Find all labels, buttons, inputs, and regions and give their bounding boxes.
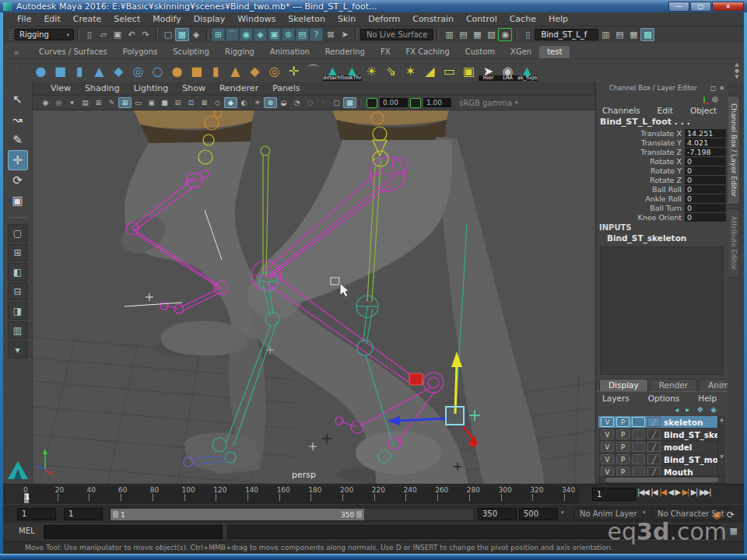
shadows-icon[interactable]: ⊗ [264,97,277,108]
go-to-start-button[interactable]: |◀◀ [637,488,648,496]
layer-horizontal-scrollbar[interactable] [598,476,725,484]
layer-row-bind-st-model[interactable]: V P ╱ Bind_ST_model [598,453,725,466]
channel-attribute-label[interactable]: Rotate Y [651,166,682,175]
joint-tool-icon[interactable]: ✛ [284,60,303,82]
vp-menu-view[interactable]: View [44,83,78,93]
exposure-icon[interactable] [366,98,377,108]
poly-cone-icon[interactable]: ▲ [226,60,245,82]
time-slider-ticks[interactable]: 0204060801001201401601802002202402602803… [23,486,579,504]
ik-handle-icon[interactable]: ⌒ [303,60,323,82]
xray-joints-icon[interactable]: ◦ [317,97,330,108]
layout-persp-graph-icon[interactable]: ⊟ [8,282,28,300]
poly-cylinder-icon[interactable]: ▮ [206,60,226,82]
shelf-tab-fx[interactable]: FX [373,46,398,58]
layer-vertical-scrollbar[interactable]: ▲▼ [717,416,725,476]
snap-point-icon[interactable]: ◉ [240,28,253,41]
shelf-tab-test[interactable]: test [539,46,570,58]
area-light-icon[interactable]: ▭ [440,60,459,82]
animation-end-field[interactable]: 500 [519,508,558,520]
channel-attribute-label[interactable]: Ball Roll [652,185,682,194]
layer-playback-toggle[interactable]: P [616,467,630,476]
isolate-select-icon[interactable]: ▢ [330,97,343,108]
channel-value-field[interactable]: 0 [685,204,726,212]
undo-icon[interactable]: ↶ [124,28,139,41]
select-object-icon[interactable]: ▦ [175,28,189,41]
playback-start-field[interactable]: 1 [64,508,103,520]
render-settings-icon[interactable]: ▧ [484,28,498,41]
maximize-button[interactable]: □ [690,2,711,12]
layout-four-pane-icon[interactable]: ⊞ [8,243,28,261]
directional-light-icon[interactable]: ⇘ [381,60,401,82]
script-editor-icon[interactable]: ▦ [730,526,738,536]
play-forwards-button[interactable]: ▶ [675,488,680,496]
gamma-field[interactable]: 1.00 [423,98,451,107]
channel-value-field[interactable]: 0 [685,194,726,203]
menu-deform[interactable]: Deform [362,13,406,25]
layer-extra-box[interactable] [632,442,645,452]
channel-attribute-label[interactable]: Rotate Z [650,176,682,184]
tab-channel-box-layer-editor[interactable]: Channel Box / Layer Editor [728,96,740,205]
nurbs-sphere-icon[interactable]: ● [31,60,51,82]
nurbs-cone-icon[interactable]: ▲ [89,60,109,82]
layer-tab-render[interactable]: Render [650,379,697,391]
paint-select-tool-icon[interactable]: ✎ [8,130,28,150]
layer-tab-display[interactable]: Display [599,379,648,391]
layer-extra-box[interactable] [632,454,645,464]
open-scene-icon[interactable]: ▱ [96,28,110,41]
shelf-tab-curves-surfaces[interactable]: Curves / Surfaces [31,46,115,58]
vp-menu-lighting[interactable]: Lighting [127,83,175,93]
2d-pan-zoom-icon[interactable]: ⊞ [92,97,105,108]
cb-menu-object[interactable]: Object [690,106,725,115]
layer-visibility-toggle[interactable]: V [601,467,614,476]
viewport-canvas[interactable]: persp [33,110,595,485]
range-slider-bar[interactable]: 1 350 [110,508,474,521]
new-empty-layer-icon[interactable]: ❖ [696,405,703,414]
lasso-tool-icon[interactable]: ↝ [8,110,28,130]
animation-start-field[interactable]: 1 [17,508,56,520]
field-chart-icon[interactable]: ⊟ [171,97,184,108]
layout-more-icon[interactable]: ▾ [8,341,28,359]
symmetry-icon[interactable]: ▯ [521,28,535,41]
layer-name[interactable]: skeleton [664,418,703,427]
layer-visibility-toggle[interactable]: V [601,417,614,427]
grease-pencil-icon[interactable]: ✎ [105,97,118,108]
channel-box-toggle-icon[interactable]: ▩ [640,28,654,41]
camera-icon[interactable]: ◉ [39,97,52,108]
layer-visibility-toggle[interactable]: V [601,429,614,439]
shelf-tab-animation[interactable]: Animation [262,46,317,58]
layer-name[interactable]: Bind_ST_model [664,455,725,464]
menu-skeleton[interactable]: Skeleton [282,13,331,25]
layout-single-pane-icon[interactable]: ▢ [8,224,28,242]
gate-mask-icon[interactable]: ■ [158,97,171,108]
minimize-button[interactable]: — [668,2,689,12]
layer-color-swatch[interactable]: ╱ [647,429,661,439]
layer-name[interactable]: Mouth [664,467,693,477]
channel-attribute-label[interactable]: Translate Y [641,138,682,147]
step-forward-key-button[interactable]: ▶| [682,488,689,496]
layer-row-skeleton[interactable]: V P ╱ skeleton [598,416,725,429]
vp-menu-shading[interactable]: Shading [78,83,127,93]
ak-fixjo-button[interactable]: ▲ak_fixJo [517,60,537,82]
cb-menu-channels[interactable]: Channels [602,106,649,115]
nurbs-torus-icon[interactable]: ◎ [128,60,148,82]
channel-attribute-label[interactable]: Translate Z [640,148,682,156]
live-surface-field[interactable]: No Live Surface [360,29,433,40]
vp-menu-show[interactable]: Show [175,83,212,93]
range-start-handle[interactable] [113,511,118,518]
snap-help-icon[interactable]: ? [310,28,323,41]
selected-object-name[interactable]: Bind_ST_L_foot . . . [596,117,728,128]
step-forward-frame-button[interactable]: ▶| [691,488,697,496]
channel-value-field[interactable]: 0 [685,166,726,175]
menu-display[interactable]: Display [188,13,232,25]
input-connections-icon[interactable]: ▤ [296,28,309,41]
safe-action-icon[interactable]: ⊡ [184,97,198,108]
menu-cache[interactable]: Cache [503,13,542,25]
menu-select[interactable]: Select [107,13,146,25]
shelf-tab-fx-caching[interactable]: FX Caching [398,46,458,58]
bookmark-icon[interactable]: ▾ [65,97,79,108]
look-through-button[interactable]: ▲lookThr [342,60,362,82]
time-slider[interactable]: 0204060801001201401601802002202402602803… [3,484,744,505]
layer-visibility-toggle[interactable]: V [601,454,614,464]
channel-value-field[interactable]: -7.198 [685,148,726,156]
hier-button[interactable]: ➤Hier [479,60,498,82]
